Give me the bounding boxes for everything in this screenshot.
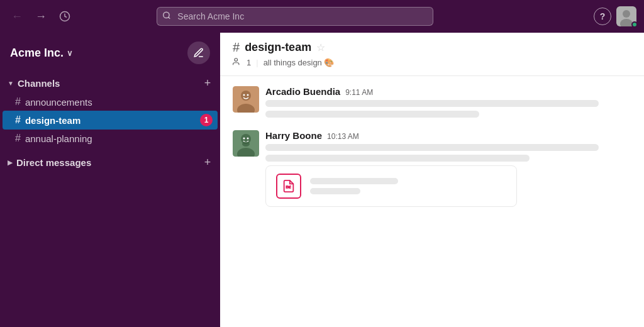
member-icon bbox=[233, 57, 242, 68]
msg-line-2 bbox=[265, 111, 479, 118]
topbar: ← → ? bbox=[0, 0, 644, 33]
back-button[interactable]: ← bbox=[8, 7, 26, 26]
channel-meta: 1 | all things design 🎨 bbox=[233, 57, 631, 68]
msg-line-1 bbox=[265, 100, 599, 107]
dm-section-left: ▶ Direct messages bbox=[8, 157, 91, 168]
msg-author: Arcadio Buendia bbox=[265, 86, 340, 97]
user-status-indicator bbox=[631, 21, 638, 28]
member-count: 1 bbox=[247, 58, 251, 67]
attachment-lines bbox=[310, 178, 506, 194]
msg-line-1 bbox=[265, 144, 599, 151]
channel-header: # design-team ☆ 1 | all things design 🎨 bbox=[220, 33, 644, 76]
svg-line-2 bbox=[169, 17, 170, 19]
attach-line-2 bbox=[310, 188, 360, 194]
main-area: Acme Inc. ∨ ▼ Channels + # anno bbox=[0, 33, 644, 327]
search-icon bbox=[162, 11, 171, 22]
channels-section-left: ▼ Channels bbox=[8, 78, 60, 89]
msg-time: 9:11 AM bbox=[345, 88, 373, 97]
user-avatar-wrap[interactable] bbox=[616, 6, 636, 26]
content-area: # design-team ☆ 1 | all things design 🎨 bbox=[220, 33, 644, 327]
channel-hash-icon: # bbox=[233, 40, 240, 55]
message-harry: Harry Boone 10:13 AM bbox=[233, 130, 631, 207]
channels-section: ▼ Channels + # announcements # design-te… bbox=[0, 70, 220, 150]
hash-icon: # bbox=[15, 133, 21, 144]
message-body-arcadio: Arcadio Buendia 9:11 AM bbox=[265, 86, 631, 118]
channels-label: Channels bbox=[18, 78, 60, 89]
search-bar bbox=[157, 7, 433, 26]
message-arcadio: Arcadio Buendia 9:11 AM bbox=[233, 86, 631, 118]
pdf-attachment[interactable] bbox=[265, 165, 517, 207]
attach-line-1 bbox=[310, 178, 398, 184]
message-body-harry: Harry Boone 10:13 AM bbox=[265, 130, 631, 207]
dm-label: Direct messages bbox=[16, 157, 91, 168]
avatar-arcadio bbox=[233, 86, 259, 113]
sidebar-item-announcements[interactable]: # announcements bbox=[0, 93, 220, 111]
svg-point-1 bbox=[164, 12, 169, 18]
add-dm-button[interactable]: + bbox=[200, 155, 215, 170]
pdf-icon bbox=[276, 174, 301, 199]
svg-point-11 bbox=[247, 94, 249, 96]
channel-name: design-team bbox=[25, 115, 80, 126]
channel-title: design-team bbox=[245, 41, 311, 54]
topbar-right: ? bbox=[594, 6, 636, 26]
channel-name: announcements bbox=[25, 97, 92, 108]
workspace-name[interactable]: Acme Inc. ∨ bbox=[10, 47, 73, 60]
channel-title-row: # design-team ☆ bbox=[233, 40, 631, 55]
add-channel-button[interactable]: + bbox=[200, 75, 215, 91]
svg-point-10 bbox=[243, 94, 245, 96]
search-input[interactable] bbox=[157, 7, 433, 26]
star-icon[interactable]: ☆ bbox=[316, 42, 325, 53]
history-button[interactable] bbox=[55, 7, 74, 26]
meta-divider: | bbox=[256, 58, 258, 67]
channels-section-header[interactable]: ▼ Channels + bbox=[0, 73, 220, 93]
channels-arrow-icon: ▼ bbox=[8, 80, 14, 87]
compose-button[interactable] bbox=[187, 42, 210, 64]
msg-line-2 bbox=[265, 155, 530, 162]
sidebar: Acme Inc. ∨ ▼ Channels + # anno bbox=[0, 33, 220, 327]
hash-icon: # bbox=[15, 96, 21, 108]
msg-time: 10:13 AM bbox=[327, 132, 359, 141]
help-button[interactable]: ? bbox=[594, 8, 611, 25]
hash-icon: # bbox=[15, 114, 21, 126]
sidebar-item-design-team[interactable]: # design-team 1 bbox=[3, 111, 218, 130]
svg-point-4 bbox=[623, 10, 630, 18]
dm-section-header[interactable]: ▶ Direct messages + bbox=[0, 152, 220, 172]
msg-header-arcadio: Arcadio Buendia 9:11 AM bbox=[265, 86, 631, 97]
svg-point-6 bbox=[235, 58, 238, 62]
unread-badge: 1 bbox=[200, 114, 213, 126]
direct-messages-section: ▶ Direct messages + bbox=[0, 150, 220, 175]
channel-description: all things design 🎨 bbox=[264, 58, 335, 67]
msg-header-harry: Harry Boone 10:13 AM bbox=[265, 130, 631, 141]
workspace-header: Acme Inc. ∨ bbox=[0, 33, 220, 70]
svg-point-15 bbox=[243, 138, 245, 140]
channel-name: annual-planning bbox=[25, 133, 92, 144]
messages-list: Arcadio Buendia 9:11 AM bbox=[220, 76, 644, 327]
workspace-name-text: Acme Inc. bbox=[10, 47, 64, 60]
svg-point-16 bbox=[247, 138, 249, 140]
svg-point-17 bbox=[242, 141, 250, 147]
sidebar-item-annual-planning[interactable]: # annual-planning bbox=[0, 130, 220, 147]
avatar-harry bbox=[233, 130, 259, 157]
forward-button[interactable]: → bbox=[31, 7, 50, 26]
workspace-chevron-icon: ∨ bbox=[67, 48, 73, 58]
dm-arrow-icon: ▶ bbox=[8, 159, 13, 166]
msg-author: Harry Boone bbox=[265, 130, 322, 141]
